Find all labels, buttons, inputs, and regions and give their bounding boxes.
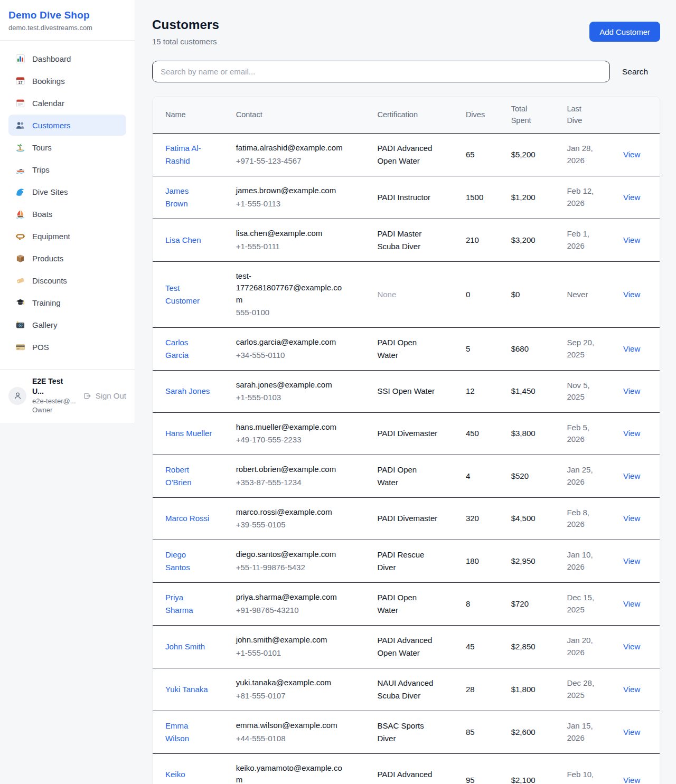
sign-out-icon — [82, 391, 92, 401]
customer-last-dive: Jan 20, 2026 — [567, 635, 600, 658]
view-link[interactable]: View — [623, 642, 640, 651]
search-input[interactable] — [152, 61, 610, 82]
customer-name-link[interactable]: Diego Santos — [165, 549, 213, 574]
customer-phone: +34-555-0110 — [236, 350, 365, 362]
table-row: Hans Mueller hans.mueller@example.com +4… — [153, 412, 660, 455]
customer-dives: 12 — [459, 370, 505, 412]
customer-last-dive: Feb 12, 2026 — [567, 185, 600, 209]
customer-name-link[interactable]: Keiko Yamamoto — [165, 768, 213, 784]
customer-dives: 8 — [459, 582, 505, 625]
sidebar-item-dashboard[interactable]: Dashboard — [8, 48, 126, 69]
brand: Demo Dive Shop demo.test.divestreams.com — [0, 0, 135, 41]
col-actions — [617, 97, 660, 133]
view-link[interactable]: View — [623, 776, 640, 784]
customer-dives: 180 — [459, 540, 505, 582]
customer-name-link[interactable]: Test Customer — [165, 282, 213, 307]
customer-total-spent: $2,600 — [505, 711, 561, 753]
svg-text:17: 17 — [18, 80, 22, 84]
view-link[interactable]: View — [623, 471, 640, 480]
sidebar-item-customers[interactable]: Customers — [8, 115, 126, 136]
sign-out-button[interactable]: Sign Out — [82, 391, 126, 401]
sidebar-item-boats[interactable]: Boats — [8, 203, 126, 224]
customer-phone: +1-555-0103 — [236, 392, 365, 404]
customer-name-link[interactable]: Yuki Tanaka — [165, 683, 208, 696]
customer-email: priya.sharma@example.com — [236, 591, 348, 603]
customer-phone: +44-555-0108 — [236, 733, 365, 745]
customer-email: carlos.garcia@example.com — [236, 336, 348, 348]
table-header-row: Name Contact Certification Dives Total S… — [153, 97, 660, 133]
customer-name-link[interactable]: Lisa Chen — [165, 234, 201, 247]
sidebar-item-trips[interactable]: Trips — [8, 159, 126, 180]
customer-name-link[interactable]: Sarah Jones — [165, 385, 210, 398]
view-link[interactable]: View — [623, 728, 640, 736]
sidebar-item-label: Products — [32, 254, 63, 263]
sidebar-item-tours[interactable]: Tours — [8, 137, 126, 158]
sidebar-item-equipment[interactable]: Equipment — [8, 225, 126, 247]
customer-total-spent: $1,200 — [505, 176, 561, 219]
customer-dives: 450 — [459, 412, 505, 455]
customer-phone: +1-555-0101 — [236, 647, 365, 659]
dashboard-icon — [15, 53, 25, 64]
customer-name-link[interactable]: Priya Sharma — [165, 591, 213, 617]
sidebar-item-pos[interactable]: POS — [8, 336, 126, 357]
view-link[interactable]: View — [623, 556, 640, 565]
customer-phone: +55-11-99876-5432 — [236, 562, 365, 574]
view-link[interactable]: View — [623, 685, 640, 694]
customer-total-spent: $2,950 — [505, 540, 561, 582]
customer-certification: PADI Advanced Open Water — [377, 768, 439, 784]
search-button[interactable]: Search — [610, 67, 660, 77]
customer-last-dive: Dec 28, 2025 — [567, 677, 600, 701]
sidebar-item-calendar[interactable]: Calendar — [8, 92, 126, 114]
customer-name-link[interactable]: John Smith — [165, 640, 205, 653]
customer-certification: BSAC Sports Diver — [377, 720, 439, 745]
package-icon — [15, 253, 25, 263]
customer-name-link[interactable]: Carlos Garcia — [165, 336, 213, 362]
customer-total-spent: $3,200 — [505, 219, 561, 261]
customer-name-link[interactable]: Hans Mueller — [165, 427, 212, 440]
user-name: E2E Test U... — [32, 376, 77, 396]
customer-dives: 65 — [459, 133, 505, 176]
table-row: Marco Rossi marco.rossi@example.com +39-… — [153, 497, 660, 540]
main-content: Customers 15 total customers Add Custome… — [152, 0, 660, 784]
view-link[interactable]: View — [623, 235, 640, 244]
customer-name-link[interactable]: James Brown — [165, 185, 213, 210]
col-total-spent: Total Spent — [505, 97, 561, 133]
sidebar-item-bookings[interactable]: 17 Bookings — [8, 70, 126, 91]
view-link[interactable]: View — [623, 150, 640, 159]
sidebar-item-training[interactable]: Training — [8, 292, 126, 313]
customer-last-dive: Nov 5, 2025 — [567, 380, 600, 403]
customer-dives: 1500 — [459, 176, 505, 219]
view-link[interactable]: View — [623, 193, 640, 202]
customer-name-link[interactable]: Fatima Al-Rashid — [165, 142, 213, 167]
sidebar-item-label: Dive Sites — [32, 187, 68, 196]
sidebar-item-dive-sites[interactable]: Dive Sites — [8, 181, 126, 202]
customer-name-link[interactable]: Marco Rossi — [165, 512, 209, 525]
brand-title: Demo Dive Shop — [8, 10, 126, 21]
customer-name-link[interactable]: Robert O'Brien — [165, 464, 213, 489]
view-link[interactable]: View — [623, 599, 640, 608]
customer-last-dive: Feb 10, 2026 — [567, 769, 600, 784]
customer-certification: SSI Open Water — [377, 385, 435, 398]
view-link[interactable]: View — [623, 514, 640, 523]
customer-phone: +91-98765-43210 — [236, 604, 365, 617]
customer-last-dive: Jan 28, 2026 — [567, 143, 600, 166]
customers-table: Name Contact Certification Dives Total S… — [153, 97, 660, 784]
customer-dives: 28 — [459, 668, 505, 711]
col-contact: Contact — [230, 97, 371, 133]
customer-phone: +353-87-555-1234 — [236, 477, 365, 489]
view-link[interactable]: View — [623, 386, 640, 395]
sidebar-item-label: Dashboard — [32, 54, 71, 63]
view-link[interactable]: View — [623, 290, 640, 299]
customer-certification: PADI Advanced Open Water — [377, 634, 439, 659]
sidebar-item-discounts[interactable]: Discounts — [8, 270, 126, 291]
view-link[interactable]: View — [623, 429, 640, 438]
view-link[interactable]: View — [623, 344, 640, 353]
customer-phone: +81-555-0107 — [236, 690, 365, 702]
customer-certification: PADI Master Scuba Diver — [377, 228, 439, 253]
sidebar-item-products[interactable]: Products — [8, 248, 126, 269]
table-row: Fatima Al-Rashid fatima.alrashid@example… — [153, 133, 660, 176]
add-customer-button[interactable]: Add Customer — [589, 22, 660, 42]
customer-certification: PADI Open Water — [377, 336, 439, 362]
customer-name-link[interactable]: Emma Wilson — [165, 720, 213, 745]
sidebar-item-gallery[interactable]: Gallery — [8, 314, 126, 335]
